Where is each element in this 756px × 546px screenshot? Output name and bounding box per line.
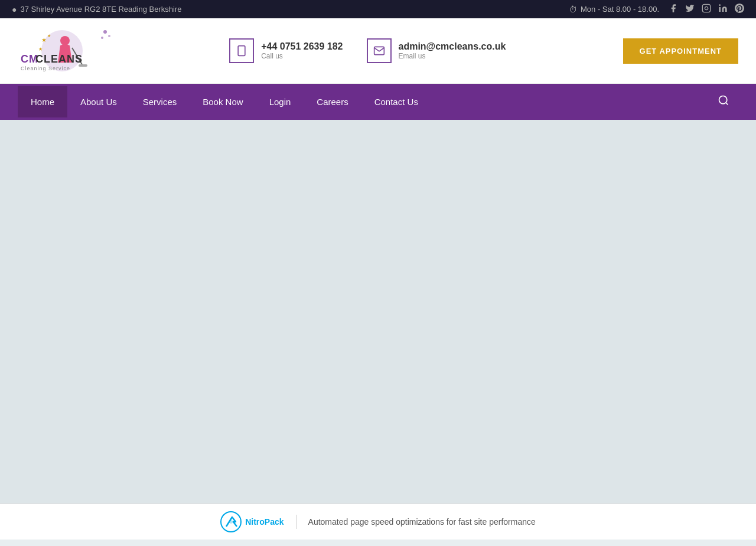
svg-text:★: ★: [38, 47, 43, 52]
header: ★ ★ ★ CM CLEANS Cleaning Service: [0, 18, 756, 84]
linkedin-icon[interactable]: [718, 4, 728, 15]
nitropack-logo[interactable]: NitroPack: [220, 511, 284, 532]
top-bar: ● 37 Shirley Avenue RG2 8TE Reading Berk…: [0, 0, 756, 18]
hours-text: Mon - Sat 8.00 - 18.00.: [581, 5, 659, 14]
nav-item-booknow[interactable]: Book Now: [190, 86, 256, 117]
nav-item-careers[interactable]: Careers: [304, 86, 361, 117]
email-contact: admin@cmcleans.co.uk Email us: [367, 38, 506, 63]
svg-text:Cleaning Service: Cleaning Service: [21, 66, 70, 71]
nav-item-home[interactable]: Home: [18, 86, 67, 117]
logo-area: ★ ★ ★ CM CLEANS Cleaning Service: [18, 27, 112, 74]
nav-item-about[interactable]: About Us: [67, 86, 130, 117]
location-icon: ●: [12, 5, 17, 14]
topbar-right: ⏱ Mon - Sat 8.00 - 18.00.: [569, 4, 744, 15]
nav-bar: Home About Us Services Book Now Login Ca…: [0, 84, 756, 120]
logo[interactable]: ★ ★ ★ CM CLEANS Cleaning Service: [18, 27, 112, 74]
main-content: [0, 120, 756, 504]
svg-rect-16: [238, 46, 245, 56]
hours-area: ⏱ Mon - Sat 8.00 - 18.00.: [569, 5, 659, 14]
svg-point-18: [719, 96, 727, 104]
nitropack-divider: [296, 515, 296, 529]
svg-line-19: [726, 103, 728, 105]
svg-point-4: [60, 36, 70, 45]
nitropack-icon: [220, 511, 242, 532]
svg-point-15: [101, 37, 103, 39]
instagram-icon[interactable]: [702, 4, 711, 15]
phone-icon-box: [229, 38, 254, 63]
contact-info: +44 0751 2639 182 Call us admin@cmcleans…: [229, 38, 506, 63]
nav-links: Home About Us Services Book Now Login Ca…: [18, 86, 431, 117]
phone-number: +44 0751 2639 182: [261, 41, 343, 52]
svg-point-2: [719, 4, 721, 6]
nitropack-brand-name: NitroPack: [245, 517, 284, 527]
get-appointment-button[interactable]: GET APPOINTMENT: [623, 38, 738, 64]
twitter-icon[interactable]: [685, 4, 695, 15]
svg-text:★: ★: [47, 34, 51, 38]
svg-text:★: ★: [41, 37, 47, 43]
svg-text:CLEANS: CLEANS: [35, 53, 83, 65]
email-label: Email us: [399, 52, 506, 60]
email-address: admin@cmcleans.co.uk: [399, 41, 506, 52]
svg-point-21: [229, 520, 233, 524]
nav-search-icon[interactable]: [709, 84, 738, 120]
nitropack-description: Automated page speed optimizations for f…: [308, 517, 536, 527]
email-details: admin@cmcleans.co.uk Email us: [399, 41, 506, 60]
svg-rect-0: [702, 4, 710, 12]
nitropack-bar: NitroPack Automated page speed optimizat…: [0, 504, 756, 540]
address-text: 37 Shirley Avenue RG2 8TE Reading Berksh…: [20, 5, 181, 14]
phone-icon: [236, 45, 247, 57]
social-icons-group: [669, 4, 744, 15]
phone-details: +44 0751 2639 182 Call us: [261, 41, 343, 60]
address-area: ● 37 Shirley Avenue RG2 8TE Reading Berk…: [12, 5, 181, 14]
nav-item-login[interactable]: Login: [256, 86, 304, 117]
phone-label: Call us: [261, 52, 343, 60]
nav-item-services[interactable]: Services: [130, 86, 190, 117]
pinterest-icon[interactable]: [735, 4, 744, 15]
phone-contact: +44 0751 2639 182 Call us: [229, 38, 343, 63]
svg-point-13: [103, 30, 107, 34]
nav-item-contact[interactable]: Contact Us: [361, 86, 431, 117]
email-icon: [373, 45, 385, 57]
facebook-icon[interactable]: [669, 4, 678, 15]
clock-icon: ⏱: [569, 5, 577, 14]
svg-point-14: [108, 35, 110, 37]
email-icon-box: [367, 38, 392, 63]
